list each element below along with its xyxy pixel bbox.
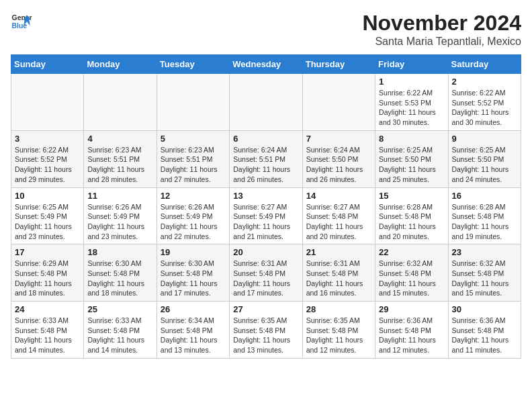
day-number: 19 [161,247,226,257]
calendar-day: 20Sunrise: 6:31 AM Sunset: 5:48 PM Dayli… [230,244,302,302]
day-info: Sunrise: 6:22 AM Sunset: 5:52 PM Dayligh… [452,88,517,128]
calendar-day: 9Sunrise: 6:25 AM Sunset: 5:50 PM Daylig… [448,130,521,187]
calendar-day: 12Sunrise: 6:26 AM Sunset: 5:49 PM Dayli… [157,187,229,244]
day-number: 13 [233,191,298,201]
header-day: Monday [84,55,157,74]
header-row: SundayMondayTuesdayWednesdayThursdayFrid… [11,55,521,74]
calendar-day: 25Sunrise: 6:33 AM Sunset: 5:48 PM Dayli… [84,302,157,359]
day-info: Sunrise: 6:23 AM Sunset: 5:51 PM Dayligh… [161,145,226,185]
day-number: 15 [379,191,444,201]
calendar-week-row: 1Sunrise: 6:22 AM Sunset: 5:53 PM Daylig… [11,74,521,131]
calendar-day: 1Sunrise: 6:22 AM Sunset: 5:53 PM Daylig… [375,74,448,131]
day-info: Sunrise: 6:34 AM Sunset: 5:48 PM Dayligh… [161,316,226,355]
day-number: 30 [452,304,517,314]
day-info: Sunrise: 6:32 AM Sunset: 5:48 PM Dayligh… [379,259,444,298]
day-number: 6 [233,134,298,144]
day-number: 3 [15,134,80,144]
day-number: 21 [306,247,371,257]
day-info: Sunrise: 6:36 AM Sunset: 5:48 PM Dayligh… [452,316,517,355]
day-info: Sunrise: 6:32 AM Sunset: 5:48 PM Dayligh… [452,259,517,298]
day-number: 25 [87,304,152,314]
day-info: Sunrise: 6:31 AM Sunset: 5:48 PM Dayligh… [233,259,298,298]
day-info: Sunrise: 6:35 AM Sunset: 5:48 PM Dayligh… [306,316,371,355]
month-title: November 2024 [362,11,521,36]
day-number: 29 [379,304,444,314]
day-number: 7 [306,134,371,144]
day-info: Sunrise: 6:28 AM Sunset: 5:48 PM Dayligh… [379,202,444,242]
calendar-day: 18Sunrise: 6:30 AM Sunset: 5:48 PM Dayli… [84,244,157,302]
day-number: 23 [452,247,517,257]
calendar-day: 17Sunrise: 6:29 AM Sunset: 5:48 PM Dayli… [11,244,84,302]
day-number: 1 [379,77,444,87]
calendar-day: 26Sunrise: 6:34 AM Sunset: 5:48 PM Dayli… [157,302,229,359]
calendar-table: SundayMondayTuesdayWednesdayThursdayFrid… [11,54,521,359]
day-info: Sunrise: 6:33 AM Sunset: 5:48 PM Dayligh… [87,316,152,355]
day-info: Sunrise: 6:26 AM Sunset: 5:49 PM Dayligh… [161,202,226,242]
day-number: 22 [379,247,444,257]
day-number: 9 [452,134,517,144]
calendar-day: 14Sunrise: 6:27 AM Sunset: 5:48 PM Dayli… [302,187,375,244]
calendar-day: 13Sunrise: 6:27 AM Sunset: 5:49 PM Dayli… [230,187,302,244]
calendar-day: 8Sunrise: 6:25 AM Sunset: 5:50 PM Daylig… [375,130,448,187]
calendar-day [157,74,229,131]
calendar-day: 19Sunrise: 6:30 AM Sunset: 5:48 PM Dayli… [157,244,229,302]
calendar-day: 22Sunrise: 6:32 AM Sunset: 5:48 PM Dayli… [375,244,448,302]
calendar-week-row: 3Sunrise: 6:22 AM Sunset: 5:52 PM Daylig… [11,130,521,187]
day-number: 26 [161,304,226,314]
calendar-day: 29Sunrise: 6:36 AM Sunset: 5:48 PM Dayli… [375,302,448,359]
day-number: 4 [87,134,152,144]
day-info: Sunrise: 6:30 AM Sunset: 5:48 PM Dayligh… [161,259,226,298]
logo: General Blue [11,11,32,32]
day-info: Sunrise: 6:22 AM Sunset: 5:53 PM Dayligh… [379,88,444,128]
day-info: Sunrise: 6:27 AM Sunset: 5:49 PM Dayligh… [233,202,298,242]
calendar-day [302,74,375,131]
day-info: Sunrise: 6:24 AM Sunset: 5:50 PM Dayligh… [306,145,371,185]
day-number: 10 [15,191,80,201]
day-info: Sunrise: 6:24 AM Sunset: 5:51 PM Dayligh… [233,145,298,185]
day-number: 11 [87,191,152,201]
calendar-day: 28Sunrise: 6:35 AM Sunset: 5:48 PM Dayli… [302,302,375,359]
day-info: Sunrise: 6:22 AM Sunset: 5:52 PM Dayligh… [15,145,80,185]
day-number: 24 [15,304,80,314]
day-info: Sunrise: 6:33 AM Sunset: 5:48 PM Dayligh… [15,316,80,355]
day-number: 20 [233,247,298,257]
day-info: Sunrise: 6:23 AM Sunset: 5:51 PM Dayligh… [87,145,152,185]
calendar-day: 16Sunrise: 6:28 AM Sunset: 5:48 PM Dayli… [448,187,521,244]
day-info: Sunrise: 6:31 AM Sunset: 5:48 PM Dayligh… [306,259,371,298]
day-number: 8 [379,134,444,144]
calendar-day [11,74,84,131]
calendar-day: 4Sunrise: 6:23 AM Sunset: 5:51 PM Daylig… [84,130,157,187]
calendar-day: 2Sunrise: 6:22 AM Sunset: 5:52 PM Daylig… [448,74,521,131]
day-number: 18 [87,247,152,257]
calendar-day: 11Sunrise: 6:26 AM Sunset: 5:49 PM Dayli… [84,187,157,244]
day-info: Sunrise: 6:35 AM Sunset: 5:48 PM Dayligh… [233,316,298,355]
day-info: Sunrise: 6:27 AM Sunset: 5:48 PM Dayligh… [306,202,371,242]
calendar-day: 27Sunrise: 6:35 AM Sunset: 5:48 PM Dayli… [230,302,302,359]
header-day: Saturday [448,55,521,74]
calendar-day: 24Sunrise: 6:33 AM Sunset: 5:48 PM Dayli… [11,302,84,359]
day-info: Sunrise: 6:25 AM Sunset: 5:50 PM Dayligh… [452,145,517,185]
calendar-week-row: 10Sunrise: 6:25 AM Sunset: 5:49 PM Dayli… [11,187,521,244]
day-number: 2 [452,77,517,87]
day-number: 16 [452,191,517,201]
day-info: Sunrise: 6:29 AM Sunset: 5:48 PM Dayligh… [15,259,80,298]
calendar-day: 7Sunrise: 6:24 AM Sunset: 5:50 PM Daylig… [302,130,375,187]
header-day: Thursday [302,55,375,74]
calendar-week-row: 24Sunrise: 6:33 AM Sunset: 5:48 PM Dayli… [11,302,521,359]
day-number: 27 [233,304,298,314]
calendar-day [230,74,302,131]
calendar-day: 3Sunrise: 6:22 AM Sunset: 5:52 PM Daylig… [11,130,84,187]
header-day: Sunday [11,55,84,74]
title-block: November 2024 Santa Maria Tepantlali, Me… [362,11,521,48]
calendar-day: 30Sunrise: 6:36 AM Sunset: 5:48 PM Dayli… [448,302,521,359]
calendar-day: 5Sunrise: 6:23 AM Sunset: 5:51 PM Daylig… [157,130,229,187]
day-info: Sunrise: 6:36 AM Sunset: 5:48 PM Dayligh… [379,316,444,355]
page-header: General Blue November 2024 Santa Maria T… [11,11,521,48]
day-info: Sunrise: 6:25 AM Sunset: 5:50 PM Dayligh… [379,145,444,185]
day-info: Sunrise: 6:30 AM Sunset: 5:48 PM Dayligh… [87,259,152,298]
day-number: 28 [306,304,371,314]
location-title: Santa Maria Tepantlali, Mexico [362,36,521,48]
header-day: Friday [375,55,448,74]
calendar-day [84,74,157,131]
day-number: 5 [161,134,226,144]
